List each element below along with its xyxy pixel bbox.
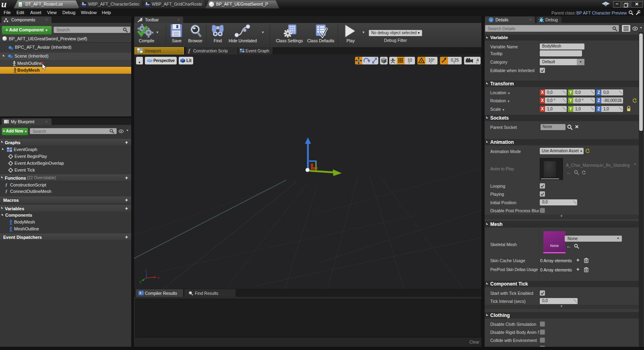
svg-text:z: z [145, 269, 147, 272]
svg-text:x: x [158, 276, 159, 280]
svg-text:y: y [140, 280, 141, 284]
